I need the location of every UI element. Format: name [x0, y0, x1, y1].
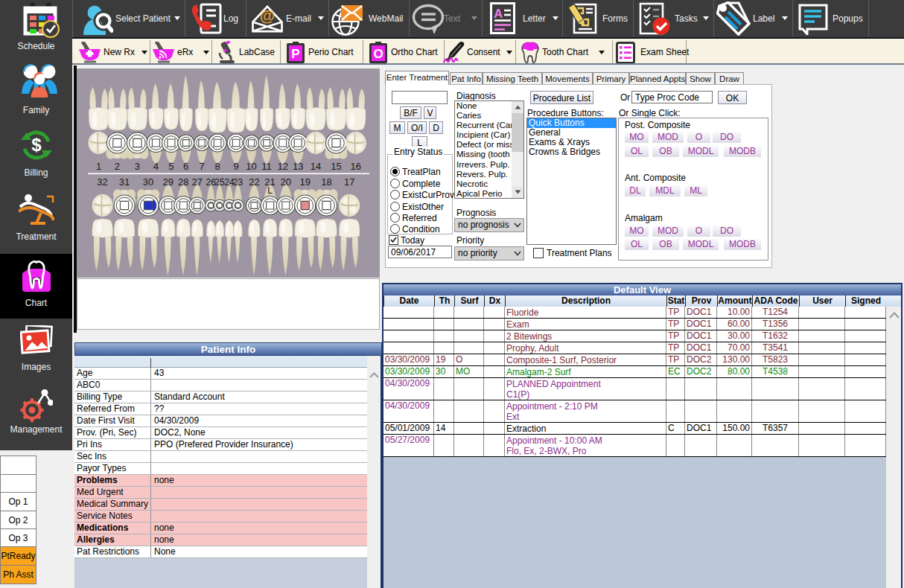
svg-text:12: 12	[277, 161, 287, 172]
svg-text:22: 22	[249, 176, 259, 188]
svg-text:13: 13	[293, 161, 303, 172]
svg-text:2: 2	[115, 161, 120, 172]
svg-text:16: 16	[351, 161, 361, 172]
svg-text:29: 29	[163, 176, 174, 188]
svg-text:32: 32	[97, 176, 107, 188]
svg-text:A: A	[494, 7, 503, 21]
svg-text:P: P	[291, 47, 299, 61]
svg-text:18: 18	[321, 176, 331, 188]
svg-text:19: 19	[299, 176, 310, 188]
svg-text:15: 15	[331, 161, 341, 172]
svg-text:4: 4	[153, 161, 159, 172]
svg-text:8: 8	[214, 161, 220, 172]
svg-text:L: L	[267, 185, 273, 196]
svg-text:28: 28	[178, 176, 188, 188]
svg-text:17: 17	[344, 176, 354, 188]
svg-text:@: @	[260, 7, 275, 24]
svg-text:23: 23	[233, 177, 243, 188]
svg-text:30: 30	[143, 176, 153, 188]
svg-text:10: 10	[246, 161, 256, 172]
svg-text:3: 3	[135, 161, 140, 172]
svg-text:1: 1	[96, 161, 101, 172]
svg-text:$: $	[31, 135, 42, 155]
svg-text:6: 6	[183, 161, 188, 172]
svg-text:7: 7	[199, 161, 204, 172]
svg-text:25: 25	[214, 177, 225, 188]
svg-text:14: 14	[311, 161, 321, 172]
svg-text:20: 20	[281, 176, 291, 188]
svg-text:31: 31	[119, 176, 130, 188]
svg-text:5: 5	[168, 161, 174, 172]
svg-text:9: 9	[233, 161, 238, 172]
svg-text:27: 27	[192, 176, 203, 188]
svg-text:11: 11	[261, 161, 272, 172]
svg-text:O: O	[373, 47, 383, 61]
